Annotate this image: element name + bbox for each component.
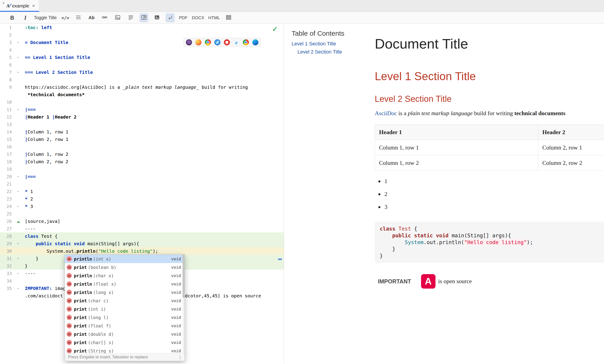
more-options-icon[interactable]: ⋮ [178, 354, 182, 360]
editor-line[interactable]: 24›* 3 [0, 202, 284, 210]
editor-line[interactable]: 21 [0, 180, 284, 188]
inspection-status-icon[interactable]: ✓ [272, 25, 278, 33]
chrome-icon[interactable] [205, 39, 211, 45]
tab-example[interactable]: * A example × [0, 0, 39, 12]
editor-line[interactable]: 23* 2 [0, 195, 284, 202]
internet-explorer-icon[interactable] [233, 39, 239, 45]
editor-line[interactable]: 29› public static void main(Sting[] args… [0, 240, 284, 247]
italic-button[interactable]: I [21, 13, 30, 22]
popup-scrollbar-thumb[interactable] [183, 255, 185, 298]
completion-item[interactable]: mprintln(char x)void [65, 271, 185, 280]
editor-line[interactable]: 17|Column 1, row 2 [0, 151, 284, 158]
completion-item[interactable]: mprint(float f)void [65, 322, 185, 330]
editor-line[interactable]: 11›|=== [0, 106, 284, 113]
link-button[interactable] [100, 13, 109, 22]
asciidoc-link[interactable]: AsciiDoc [375, 110, 397, 116]
hard-break-button[interactable] [74, 13, 83, 22]
completion-item[interactable]: mprint(char[] s)void [65, 338, 185, 347]
typography-button[interactable]: Ab [87, 13, 96, 22]
editor-line[interactable]: 12|Header 1 |Header 2 [0, 113, 284, 121]
insert-image-button[interactable] [113, 13, 122, 22]
editor-line[interactable]: 27---- [0, 225, 284, 232]
chromium-icon[interactable] [243, 39, 249, 45]
insert-table-button[interactable] [224, 13, 233, 22]
completion-item[interactable]: mprint(int i)void [65, 305, 185, 313]
editor-line[interactable]: 26▶▶[source,java] [0, 217, 284, 225]
tor-browser-icon[interactable] [186, 39, 192, 45]
completion-item[interactable]: mprint(String s)void [65, 347, 185, 354]
run-icon[interactable]: ▶▶ [17, 220, 19, 224]
split-view-button[interactable] [139, 13, 148, 22]
editor-line[interactable]: 15|Column 2, row 1 [0, 136, 284, 143]
line-text: } [25, 263, 27, 269]
method-icon: m [67, 256, 72, 262]
editor-line[interactable]: 25 [0, 210, 284, 217]
editor-line[interactable]: 16 [0, 143, 284, 151]
fold-icon[interactable]: › [16, 56, 21, 59]
toc-link[interactable]: Level 2 Section Title [298, 49, 344, 55]
export-docx-button[interactable]: DOCX [192, 13, 204, 22]
fold-icon[interactable]: › [16, 175, 21, 178]
code-button[interactable]: </> [61, 13, 70, 22]
editor-line[interactable]: 22›* 1 [0, 188, 284, 195]
editor-line[interactable]: 10 [0, 98, 284, 106]
token: |=== [25, 107, 36, 112]
auto-scroll-button[interactable] [165, 13, 175, 22]
edge-icon[interactable] [252, 39, 258, 45]
editor-line[interactable]: 7›=== Level 2 Section Title [0, 68, 284, 76]
method-params: (int i) [88, 307, 106, 312]
editor-line[interactable]: *technical documents* [0, 91, 284, 98]
completion-item[interactable]: mprintln(int x)void [65, 255, 185, 263]
editor-line[interactable]: 28class Test { [0, 232, 284, 240]
editor-line[interactable]: 13 [0, 121, 284, 128]
fold-icon[interactable]: › [16, 272, 21, 275]
editor-line[interactable]: 18|Column 2, row 2 [0, 158, 284, 165]
fold-icon[interactable]: › [16, 71, 21, 73]
link-icon [102, 14, 108, 21]
editor-line[interactable]: 1:toc: left [0, 24, 284, 31]
opera-icon[interactable] [224, 39, 230, 45]
fold-icon[interactable]: › [16, 257, 21, 260]
editor-line[interactable]: 9https://asciidoc.org[AsciiDoc] is a _pl… [0, 83, 284, 91]
completion-item[interactable]: mprint(char c)void [65, 297, 185, 305]
editor-line[interactable]: 5›== Level 1 Section Title [0, 53, 284, 61]
safari-icon[interactable] [214, 39, 220, 45]
method-params: (float f) [88, 323, 111, 328]
firefox-icon[interactable] [195, 39, 201, 45]
fold-icon[interactable]: › [16, 205, 21, 208]
fold-icon[interactable]: › [16, 287, 21, 289]
fold-icon[interactable]: › [16, 242, 21, 245]
editor-line[interactable]: 6 [0, 61, 284, 68]
editor-line[interactable]: 30 System.out.println("Hello code listin… [0, 247, 284, 255]
export-pdf-button[interactable]: PDF [179, 13, 188, 22]
method-params: (float x) [93, 282, 116, 287]
list-button[interactable] [126, 13, 135, 22]
fold-icon[interactable]: › [16, 108, 21, 111]
editor-line[interactable]: 4 [0, 46, 284, 53]
toggle-title-button[interactable]: Toggle Title [34, 13, 57, 22]
editor-line[interactable]: 14|Column 1, row 1 [0, 128, 284, 136]
fold-icon[interactable]: › [16, 41, 21, 44]
completion-item[interactable]: mprintln(float x)void [65, 280, 185, 288]
method-name: print [74, 265, 87, 270]
token: 3 [30, 204, 33, 209]
completion-item[interactable]: mprintln(long x)void [65, 288, 185, 297]
token: class [25, 234, 38, 239]
line-text: * 3 [25, 204, 33, 209]
line-text: https://asciidoc.org[AsciiDoc] is a _pla… [25, 85, 248, 90]
popup-scrollbar[interactable] [183, 255, 185, 354]
completion-item[interactable]: mprint(boolean b)void [65, 263, 185, 271]
bold-button[interactable]: B [8, 13, 17, 22]
editor-line[interactable]: 20›|=== [0, 173, 284, 180]
completion-item[interactable]: mprint(long l)void [65, 313, 185, 322]
fold-icon[interactable]: › [16, 190, 21, 193]
editor-line[interactable]: 8 [0, 76, 284, 83]
toc-link[interactable]: Level 1 Section Title [292, 41, 344, 47]
completion-item[interactable]: mprint(double d)void [65, 330, 185, 338]
line-number: 28 [0, 234, 12, 239]
editor-line[interactable]: 19 [0, 165, 284, 173]
line-number: 17 [0, 152, 12, 157]
preview-layout-button[interactable] [152, 13, 162, 22]
export-html-button[interactable]: HTML [208, 13, 220, 22]
tab-close-icon[interactable]: × [32, 3, 35, 8]
